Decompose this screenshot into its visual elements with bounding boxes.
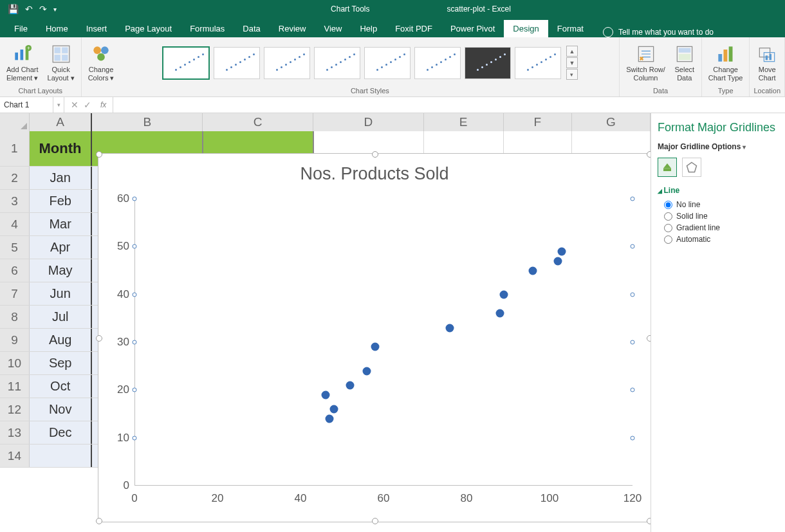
- cell-A4[interactable]: Mar: [30, 213, 93, 235]
- cancel-icon[interactable]: ✕: [71, 100, 78, 110]
- col-header-G[interactable]: G: [572, 113, 651, 131]
- tab-review[interactable]: Review: [270, 20, 315, 37]
- row-header[interactable]: 11: [0, 375, 30, 398]
- cell-A13[interactable]: Dec: [30, 421, 93, 444]
- enter-icon[interactable]: ✓: [84, 100, 91, 110]
- row-header[interactable]: 4: [0, 213, 30, 235]
- worksheet[interactable]: A B C D E F G 1Month2Jan3Feb4Mar5Apr6May…: [0, 113, 651, 532]
- radio-automatic[interactable]: [664, 235, 672, 244]
- style-gallery-more[interactable]: ▾: [566, 69, 578, 80]
- cell-A7[interactable]: Jun: [30, 282, 93, 305]
- chart-style-thumb[interactable]: [515, 47, 561, 79]
- cell-A12[interactable]: Nov: [30, 398, 93, 421]
- tab-help[interactable]: Help: [351, 20, 386, 37]
- tab-formulas[interactable]: Formulas: [181, 20, 234, 37]
- select-data-button[interactable]: Select Data: [672, 42, 697, 83]
- cell-A5[interactable]: Apr: [30, 236, 93, 259]
- switch-row-column-button[interactable]: Switch Row/ Column: [623, 42, 668, 83]
- row-header[interactable]: 2: [0, 167, 30, 189]
- option-no-line[interactable]: No line: [664, 200, 779, 209]
- chart-style-thumb[interactable]: [264, 47, 310, 79]
- move-chart-button[interactable]: Move Chart: [754, 42, 780, 83]
- chart-title[interactable]: Nos. Products Sold: [98, 164, 651, 184]
- add-chart-element-button[interactable]: + Add Chart Element ▾: [4, 42, 41, 83]
- row-header[interactable]: 3: [0, 190, 30, 212]
- fx-icon[interactable]: fx: [97, 100, 106, 109]
- redo-icon[interactable]: ↷: [39, 4, 47, 14]
- chart-handle[interactable]: [647, 151, 651, 158]
- save-icon[interactable]: 💾: [8, 4, 19, 14]
- option-solid-line[interactable]: Solid line: [664, 212, 779, 221]
- col-header-E[interactable]: E: [424, 113, 504, 131]
- fill-line-tab-icon[interactable]: [658, 158, 677, 177]
- chart-style-thumb[interactable]: [314, 47, 360, 79]
- cell-A11[interactable]: Oct: [30, 375, 93, 398]
- row-header[interactable]: 8: [0, 306, 30, 328]
- col-header-F[interactable]: F: [504, 113, 572, 131]
- data-point[interactable]: [326, 414, 334, 423]
- data-point[interactable]: [346, 381, 355, 389]
- row-header[interactable]: 9: [0, 329, 30, 351]
- line-section-header[interactable]: Line: [658, 186, 779, 195]
- chart-handle[interactable]: [372, 151, 378, 158]
- chart-plot-area[interactable]: 0102030405060020406080100120: [134, 199, 633, 486]
- option-gradient-line[interactable]: Gradient line: [664, 223, 779, 232]
- style-gallery-down[interactable]: ▼: [566, 57, 578, 68]
- col-header-C[interactable]: C: [203, 113, 313, 131]
- formula-input[interactable]: [113, 97, 785, 113]
- row-header[interactable]: 14: [0, 445, 30, 467]
- chart-style-thumb[interactable]: [214, 47, 260, 79]
- row-header[interactable]: 5: [0, 236, 30, 259]
- chart-handle[interactable]: [647, 335, 651, 342]
- cell-A3[interactable]: Feb: [30, 190, 93, 212]
- chart-handle[interactable]: [647, 518, 651, 524]
- radio-gradient-line[interactable]: [664, 224, 672, 232]
- chart-style-thumb[interactable]: [364, 47, 411, 79]
- tab-foxit[interactable]: Foxit PDF: [386, 20, 441, 37]
- cell-A9[interactable]: Aug: [30, 329, 93, 351]
- chart-handle[interactable]: [96, 518, 102, 524]
- select-all-corner[interactable]: [0, 113, 30, 131]
- radio-solid-line[interactable]: [664, 212, 672, 221]
- data-point[interactable]: [446, 324, 454, 332]
- tab-data[interactable]: Data: [234, 20, 269, 37]
- row-header[interactable]: 10: [0, 352, 30, 374]
- change-chart-type-button[interactable]: Change Chart Type: [706, 42, 746, 83]
- tab-view[interactable]: View: [315, 20, 351, 37]
- undo-icon[interactable]: ↶: [25, 4, 33, 14]
- data-point[interactable]: [329, 405, 338, 414]
- cell-A6[interactable]: May: [30, 259, 93, 282]
- cell-A8[interactable]: Jul: [30, 306, 93, 328]
- style-gallery-up[interactable]: ▲: [566, 46, 578, 57]
- data-point[interactable]: [321, 390, 329, 399]
- data-point[interactable]: [558, 247, 566, 255]
- chart-object[interactable]: Nos. Products Sold 010203040506002040608…: [98, 153, 651, 522]
- cell-A1[interactable]: Month: [30, 131, 92, 166]
- change-colors-button[interactable]: Change Colors ▾: [86, 42, 117, 83]
- tab-insert[interactable]: Insert: [77, 20, 116, 37]
- col-header-B[interactable]: B: [92, 113, 203, 131]
- tab-power-pivot[interactable]: Power Pivot: [441, 20, 504, 37]
- data-point[interactable]: [495, 309, 504, 318]
- tab-design[interactable]: Design: [504, 20, 548, 37]
- radio-no-line[interactable]: [664, 201, 672, 209]
- data-point[interactable]: [500, 290, 508, 298]
- name-box[interactable]: Chart 1: [0, 97, 53, 113]
- chart-handle[interactable]: [372, 518, 378, 524]
- col-header-A[interactable]: A: [30, 113, 93, 131]
- chart-style-thumb[interactable]: [465, 47, 511, 79]
- quick-layout-button[interactable]: Quick Layout ▾: [45, 42, 77, 83]
- cell-A10[interactable]: Sep: [30, 352, 93, 374]
- effects-tab-icon[interactable]: [682, 158, 701, 177]
- row-header[interactable]: 13: [0, 421, 30, 444]
- row-header[interactable]: 1: [0, 131, 30, 166]
- tab-home[interactable]: Home: [37, 20, 77, 37]
- row-header[interactable]: 12: [0, 398, 30, 421]
- name-box-dropdown[interactable]: ▾: [53, 97, 64, 113]
- data-point[interactable]: [529, 266, 537, 275]
- data-point[interactable]: [553, 257, 562, 265]
- format-pane-options-dropdown[interactable]: Major Gridline Options: [658, 142, 779, 151]
- chart-style-thumb[interactable]: [162, 46, 210, 80]
- qat-customize-icon[interactable]: ▾: [53, 6, 57, 13]
- cell-A2[interactable]: Jan: [30, 167, 93, 189]
